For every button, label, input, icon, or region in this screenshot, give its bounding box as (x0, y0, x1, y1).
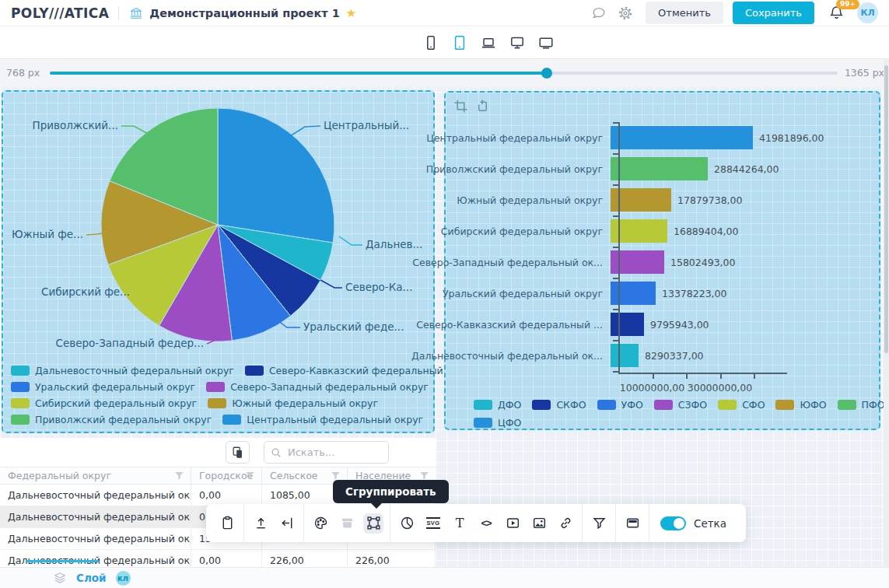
chat-icon[interactable] (591, 5, 607, 21)
legend-item[interactable]: ПФО (838, 399, 885, 411)
toolbar-align-left-button[interactable] (277, 513, 297, 534)
device-tablet-button[interactable] (450, 33, 469, 53)
code-icon: <> (481, 517, 491, 529)
table-row[interactable]: Дальневосточный федеральный округ0,00226… (0, 550, 436, 567)
table-search (264, 441, 389, 464)
video-icon (506, 516, 520, 530)
legend-item[interactable]: ЦФО (474, 417, 521, 429)
toolbar-group-frame-button[interactable] (363, 513, 383, 534)
legend-item[interactable]: ДФО (474, 399, 521, 411)
bar[interactable] (611, 344, 639, 367)
bar-rows: Центральный федеральный округ41981896,00… (446, 122, 879, 371)
toolbar-svg-button[interactable]: SVG (423, 513, 443, 534)
legend-label: СЗФО (678, 399, 707, 411)
x-axis-tick (720, 374, 722, 379)
vertical-scrollbar[interactable] (884, 59, 889, 588)
table-cell[interactable]: 0,00 (191, 550, 262, 567)
legend-item[interactable]: Северо-Кавказский федеральный округ (245, 365, 475, 376)
favorite-star-icon[interactable]: ★ (346, 6, 356, 20)
toolbar-text-button[interactable]: T (450, 513, 470, 534)
table-cell[interactable]: 0,00 (191, 485, 262, 506)
column-header[interactable]: Федеральный округ (0, 467, 191, 484)
toolbar-pie-chart-button[interactable] (397, 513, 417, 534)
widget-toolbar: SVGT<> Сетка (206, 504, 746, 542)
bar-chart-widget[interactable]: Центральный федеральный округ41981896,00… (444, 91, 880, 430)
bar[interactable] (611, 313, 644, 336)
pie-chart-widget[interactable]: Центральный...Дальнев...Северо-Ка...Урал… (2, 90, 435, 433)
filter-funnel-icon[interactable] (174, 471, 184, 481)
search-input[interactable] (286, 446, 388, 459)
legend-item[interactable]: СЗФО (654, 399, 707, 411)
legend-label: ЮФО (800, 399, 826, 411)
width-slider-track[interactable] (50, 72, 838, 75)
device-laptop-button[interactable] (479, 33, 498, 53)
pie-slice-ЦФО[interactable] (218, 108, 334, 243)
settings-gear-icon[interactable] (618, 5, 633, 21)
toolbar-image-button[interactable] (529, 513, 549, 534)
toolbar-filter-button[interactable] (589, 513, 609, 534)
cancel-button[interactable]: Отменить (646, 2, 723, 24)
avatar[interactable]: КЛ (857, 2, 878, 23)
legend-swatch (206, 382, 225, 392)
layer-label[interactable]: Слой (76, 572, 107, 584)
legend-swatch (11, 398, 30, 408)
upload-icon (254, 516, 268, 530)
width-slider-handle[interactable] (541, 68, 552, 79)
legend-item[interactable]: СФО (718, 399, 765, 411)
toolbar-palette-button[interactable] (310, 513, 331, 534)
table-cell[interactable]: 226,00 (348, 550, 436, 567)
y-axis-line (618, 122, 620, 373)
device-bar (0, 26, 889, 59)
bar[interactable] (611, 282, 656, 305)
legend-swatch (654, 400, 673, 410)
slider-min-label: 768 px (6, 67, 40, 79)
legend-item[interactable]: Южный федеральный округ (208, 397, 378, 409)
scrollbar-thumb[interactable] (884, 65, 888, 353)
legend-row: Дальневосточный федеральный округСеверо-… (11, 365, 475, 376)
legend-item[interactable]: Уральский федеральный округ (11, 381, 195, 393)
legend-item[interactable]: СКФО (532, 399, 586, 411)
notifications-button[interactable]: 99+ (828, 5, 845, 21)
bar[interactable] (611, 157, 708, 180)
legend-swatch (11, 366, 30, 376)
save-button[interactable]: Сохранить (733, 2, 814, 24)
copy-table-button[interactable] (226, 441, 250, 464)
column-header[interactable]: Городское (191, 467, 262, 484)
table-cell[interactable]: Дальневосточный федеральный округ (0, 528, 191, 549)
toolbar-code-button[interactable]: <> (476, 513, 496, 534)
toolbar-divider (615, 504, 616, 542)
legend-item[interactable]: Северо-Западный федеральный округ (206, 381, 429, 393)
bar[interactable] (611, 126, 753, 149)
legend-item[interactable]: УФО (597, 399, 643, 411)
filter-funnel-icon[interactable] (245, 471, 255, 481)
table-cell[interactable]: 226,00 (262, 550, 348, 567)
polymatica-app: POLY///ATICA Демонстрационный проект 1 ★… (0, 0, 889, 588)
device-desktop-button[interactable] (508, 33, 527, 53)
legend-item[interactable]: Сибирский федеральный округ (11, 397, 197, 409)
legend-item[interactable]: ЮФО (775, 399, 826, 411)
grid-toggle[interactable] (660, 516, 686, 530)
y-axis-tick (613, 309, 618, 310)
legend-item[interactable]: Центральный федеральный округ (222, 414, 423, 425)
toolbar-video-button[interactable] (502, 513, 523, 534)
toolbar-card-button[interactable] (622, 513, 642, 534)
table-scroll-indicator[interactable] (26, 560, 99, 562)
layers-icon[interactable] (53, 571, 67, 585)
table-cell[interactable]: Дальневосточный федеральный округ (0, 506, 191, 527)
undo-box-icon[interactable] (475, 99, 490, 114)
toolbar-container-button[interactable] (337, 513, 357, 534)
x-axis-tick (653, 374, 654, 379)
legend-swatch (208, 398, 226, 408)
crop-icon[interactable] (453, 99, 468, 114)
legend-item[interactable]: Дальневосточный федеральный округ (11, 365, 234, 376)
table-cell[interactable]: Дальневосточный федеральный округ (0, 550, 191, 567)
device-tv-button[interactable] (537, 33, 555, 53)
palette-icon (313, 516, 328, 530)
toolbar-clipboard-button[interactable] (217, 513, 237, 534)
legend-item[interactable]: Приволжский федеральный округ (11, 414, 212, 425)
bar-category-label: Северо-Кавказский федеральный ... (446, 319, 611, 331)
device-phone-button[interactable] (422, 33, 440, 53)
toolbar-upload-button[interactable] (250, 513, 271, 534)
table-cell[interactable]: Дальневосточный федеральный округ (0, 485, 191, 506)
toolbar-link-button[interactable] (555, 513, 576, 534)
